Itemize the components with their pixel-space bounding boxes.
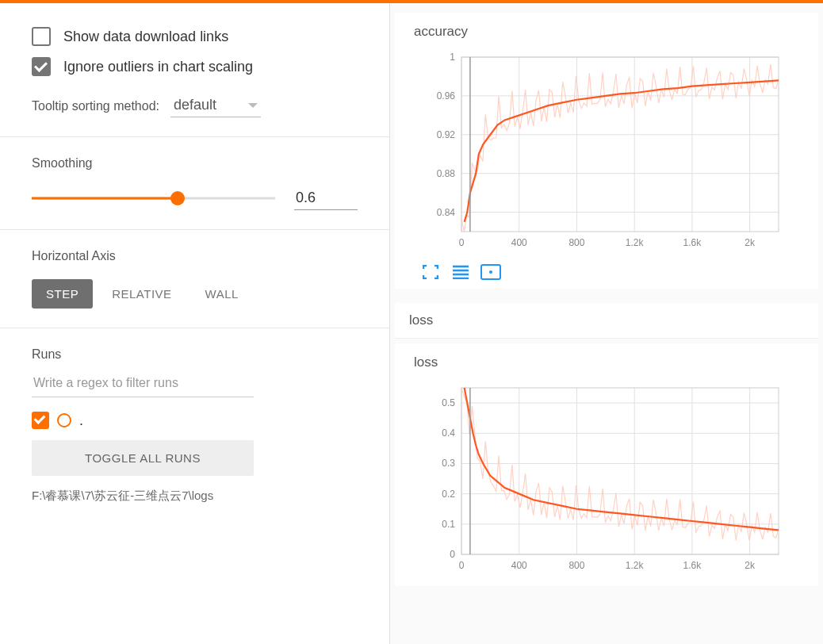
svg-text:0: 0 xyxy=(450,549,455,560)
svg-text:0: 0 xyxy=(459,560,465,571)
svg-text:800: 800 xyxy=(568,560,584,571)
accuracy-chart[interactable]: 10.960.920.880.8404008001.2k1.6k2k xyxy=(414,49,787,255)
runs-label: Runs xyxy=(32,347,358,362)
svg-text:0.2: 0.2 xyxy=(442,489,455,500)
svg-text:400: 400 xyxy=(511,560,527,571)
svg-text:0.88: 0.88 xyxy=(437,168,456,179)
expand-icon[interactable] xyxy=(420,263,441,281)
smoothing-value[interactable]: 0.6 xyxy=(294,186,358,210)
toggle-all-runs-button[interactable]: TOGGLE ALL RUNS xyxy=(32,440,254,476)
tooltip-sort-value: default xyxy=(174,97,216,113)
tooltip-sort-select[interactable]: default xyxy=(170,95,261,117)
svg-text:2k: 2k xyxy=(745,237,756,248)
svg-text:400: 400 xyxy=(511,237,527,248)
ignore-outliers-label: Ignore outliers in chart scaling xyxy=(63,59,253,75)
divider xyxy=(0,229,389,230)
axis-button-relative[interactable]: RELATIVE xyxy=(98,279,186,309)
slider-thumb[interactable] xyxy=(170,191,185,205)
svg-text:1.2k: 1.2k xyxy=(626,560,645,571)
svg-text:1.6k: 1.6k xyxy=(683,237,702,248)
svg-text:0.96: 0.96 xyxy=(437,90,456,102)
smoothing-label: Smoothing xyxy=(32,156,358,171)
loss-title: loss xyxy=(414,355,807,370)
svg-rect-54 xyxy=(461,388,779,554)
svg-text:2k: 2k xyxy=(745,560,756,571)
loss-section-header[interactable]: loss xyxy=(395,303,818,339)
axis-button-group: STEPRELATIVEWALL xyxy=(32,279,358,309)
runs-filter-input[interactable] xyxy=(32,371,254,397)
divider xyxy=(0,136,389,137)
svg-text:1.6k: 1.6k xyxy=(683,560,702,571)
show-download-checkbox[interactable] xyxy=(32,27,51,46)
ignore-outliers-checkbox[interactable] xyxy=(32,57,51,76)
svg-text:0.92: 0.92 xyxy=(437,129,456,140)
chart-toolbar xyxy=(414,263,807,281)
smoothing-slider[interactable] xyxy=(32,190,275,206)
axis-button-step[interactable]: STEP xyxy=(32,279,93,309)
svg-point-29 xyxy=(489,270,492,274)
list-icon[interactable] xyxy=(450,263,471,281)
loss-chart[interactable]: 0.50.40.30.20.1004008001.2k1.6k2k xyxy=(414,380,787,578)
logdir-path: F:\睿慕课\7\苏云征-三维点云7\logs xyxy=(32,489,358,504)
axis-button-wall[interactable]: WALL xyxy=(191,279,253,309)
svg-text:0.4: 0.4 xyxy=(442,427,455,439)
show-download-row: Show data download links xyxy=(32,27,358,46)
svg-text:0.1: 0.1 xyxy=(442,519,455,530)
sidebar: Show data download links Ignore outliers… xyxy=(0,3,390,644)
ignore-outliers-row: Ignore outliers in chart scaling xyxy=(32,57,358,76)
svg-text:1.2k: 1.2k xyxy=(626,237,645,248)
run-checkbox[interactable] xyxy=(32,412,49,429)
loss-panel: loss 0.50.40.30.20.1004008001.2k1.6k2k xyxy=(395,343,818,586)
show-download-label: Show data download links xyxy=(63,29,228,45)
tooltip-sort-label: Tooltip sorting method: xyxy=(32,99,159,113)
svg-text:0.5: 0.5 xyxy=(442,397,455,408)
svg-text:0.84: 0.84 xyxy=(437,207,456,218)
svg-text:0.3: 0.3 xyxy=(442,458,455,469)
run-name: . xyxy=(79,412,83,429)
svg-text:0: 0 xyxy=(459,237,465,248)
divider xyxy=(0,328,389,328)
accuracy-title: accuracy xyxy=(414,24,807,40)
svg-text:800: 800 xyxy=(568,237,584,248)
accuracy-panel: accuracy 10.960.920.880.8404008001.2k1.6… xyxy=(395,13,818,289)
run-radio[interactable] xyxy=(57,413,71,427)
svg-text:1: 1 xyxy=(450,52,455,63)
main-charts-area: accuracy 10.960.920.880.8404008001.2k1.6… xyxy=(390,3,823,644)
run-item: . xyxy=(32,412,358,429)
fit-icon[interactable] xyxy=(480,263,501,281)
chevron-down-icon xyxy=(248,103,258,108)
horizontal-axis-label: Horizontal Axis xyxy=(32,249,358,263)
